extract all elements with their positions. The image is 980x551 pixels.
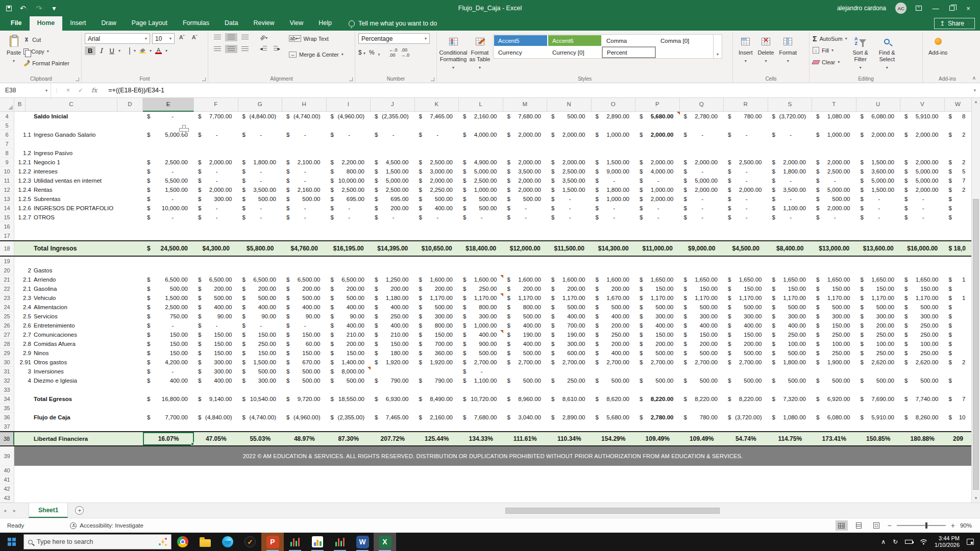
cell-E34[interactable]: $16,800.00 bbox=[143, 394, 194, 404]
cell-E30[interactable]: $4,200.00 bbox=[143, 358, 194, 367]
close-button[interactable]: × bbox=[964, 5, 973, 12]
row-header-40[interactable]: 40 bbox=[0, 466, 14, 475]
style-accent5[interactable]: Accent5 bbox=[494, 35, 548, 46]
row-header-26[interactable]: 26 bbox=[0, 321, 14, 330]
conditional-formatting-button[interactable]: Conditional Formatting▾ bbox=[440, 33, 467, 72]
cell-T4[interactable]: $1,080.00 bbox=[812, 112, 856, 121]
cell-L29[interactable]: $500.00 bbox=[459, 348, 503, 358]
cell-M13[interactable]: $500.00 bbox=[503, 194, 548, 204]
cell-S18[interactable]: $8,400.00 bbox=[768, 241, 813, 256]
cell-I14[interactable]: $- bbox=[327, 204, 371, 213]
cell-G36[interactable]: $(4,740.00) bbox=[238, 413, 283, 422]
cell-G26[interactable]: $- bbox=[238, 321, 283, 330]
cell-N32[interactable]: $250.00 bbox=[547, 376, 592, 385]
clipboard-dialog-launcher[interactable] bbox=[76, 78, 79, 81]
ribbon-display-options-icon[interactable] bbox=[916, 6, 922, 11]
cell-P23[interactable]: $1,170.00 bbox=[635, 293, 680, 303]
cell-I38[interactable]: 87.30% bbox=[327, 432, 371, 445]
cell-J13[interactable]: $695.00 bbox=[371, 194, 415, 204]
cell-P34[interactable]: $8,220.00 bbox=[635, 394, 680, 404]
cell-H25[interactable]: $90.00 bbox=[282, 312, 327, 321]
cell-P36[interactable]: $2,780.00 bbox=[635, 413, 680, 422]
insert-function-button[interactable]: fx bbox=[87, 87, 101, 94]
insert-cells-button[interactable]: Insert▾ bbox=[736, 33, 755, 66]
enter-formula-button[interactable]: ✓ bbox=[74, 87, 87, 94]
equalizer-app-icon-2[interactable] bbox=[329, 533, 351, 551]
cell-E23[interactable]: $1,500.00 bbox=[143, 293, 194, 303]
tab-data[interactable]: Data bbox=[217, 16, 246, 31]
cell-T6[interactable]: $1,000.00 bbox=[812, 130, 856, 139]
cell-J29[interactable]: $180.00 bbox=[371, 348, 415, 358]
cell-Q22[interactable]: $150.00 bbox=[680, 284, 724, 293]
column-header-J[interactable]: J bbox=[371, 98, 415, 112]
cell-W21[interactable]: $1 bbox=[945, 275, 972, 284]
cell-T29[interactable]: $250.00 bbox=[812, 348, 856, 358]
cell-L27[interactable]: $400.00 bbox=[459, 330, 503, 339]
font-name-select[interactable]: Arial▾ bbox=[85, 33, 150, 44]
cell-N36[interactable]: $2,890.00 bbox=[547, 413, 592, 422]
cut-button[interactable]: Cut bbox=[23, 34, 69, 45]
cell-H28[interactable]: $60.00 bbox=[282, 339, 327, 348]
row-label-area[interactable] bbox=[14, 231, 143, 240]
cell-L9[interactable]: $4,900.00 bbox=[459, 158, 503, 167]
column-header-O[interactable]: O bbox=[592, 98, 636, 112]
row-header-12[interactable]: 12 bbox=[0, 185, 14, 194]
cell-S6[interactable]: $- bbox=[768, 130, 813, 139]
cell-J15[interactable]: $- bbox=[371, 213, 415, 222]
cell-U29[interactable]: $250.00 bbox=[856, 348, 901, 358]
style-comma-0[interactable]: Comma [0] bbox=[656, 35, 710, 46]
cell-G32[interactable]: $300.00 bbox=[238, 376, 283, 385]
cell-G24[interactable]: $400.00 bbox=[238, 303, 283, 312]
cell-T12[interactable]: $5,000.00 bbox=[812, 185, 856, 194]
cell-R27[interactable]: $150.00 bbox=[724, 330, 768, 339]
cell-H29[interactable]: $150.00 bbox=[282, 348, 327, 358]
row-label-area[interactable]: 1.1Ingreso Ganado Salario bbox=[14, 130, 143, 139]
cell-W26[interactable]: $ bbox=[945, 321, 972, 330]
cell-Q32[interactable]: $500.00 bbox=[680, 376, 724, 385]
cell-N13[interactable]: $- bbox=[547, 194, 592, 204]
cell-N9[interactable]: $2,000.00 bbox=[547, 158, 592, 167]
cell-Q36[interactable]: $780.00 bbox=[680, 413, 724, 422]
cell-K34[interactable]: $8,490.00 bbox=[415, 394, 459, 404]
cell-L15[interactable]: $- bbox=[459, 213, 503, 222]
cell-W22[interactable]: $ bbox=[945, 284, 972, 293]
normal-view-button[interactable] bbox=[836, 520, 848, 531]
cell-U28[interactable]: $100.00 bbox=[856, 339, 901, 348]
cell-W24[interactable]: $ bbox=[945, 303, 972, 312]
cell-J24[interactable]: $400.00 bbox=[371, 303, 415, 312]
cell-Q29[interactable]: $500.00 bbox=[680, 348, 724, 358]
cell-S27[interactable]: $250.00 bbox=[768, 330, 813, 339]
align-bottom-button[interactable] bbox=[239, 33, 251, 41]
row-header-35[interactable]: 35 bbox=[0, 404, 14, 413]
row-header-41[interactable]: 41 bbox=[0, 475, 14, 484]
cell-Q9[interactable]: $2,000.00 bbox=[680, 158, 724, 167]
cell-R15[interactable]: $- bbox=[724, 213, 768, 222]
cell-V27[interactable]: $250.00 bbox=[900, 330, 945, 339]
row-label-area[interactable]: 2.8Comidas Afuera bbox=[14, 339, 143, 348]
cell-G21[interactable]: $6,500.00 bbox=[238, 275, 283, 284]
accounting-format-button[interactable]: $ ▾ bbox=[358, 49, 365, 56]
cell-O31[interactable] bbox=[592, 367, 636, 376]
cell-M27[interactable]: $190.00 bbox=[503, 330, 548, 339]
cell-W10[interactable]: $5 bbox=[945, 167, 972, 176]
cell-P11[interactable]: $- bbox=[635, 176, 680, 185]
cell-V21[interactable]: $1,650.00 bbox=[900, 275, 945, 284]
cell-E4[interactable]: $- bbox=[143, 112, 194, 121]
cell-T25[interactable]: $300.00 bbox=[812, 312, 856, 321]
cell-E27[interactable]: $150.00 bbox=[143, 330, 194, 339]
cell-F4[interactable]: $7,700.00 bbox=[194, 112, 238, 121]
styles-gallery-more-button[interactable]: ▾ bbox=[714, 34, 722, 59]
row-header-25[interactable]: 25 bbox=[0, 312, 14, 321]
row-label-area[interactable]: 1.2.5Subrentas bbox=[14, 194, 143, 204]
row-header-42[interactable]: 42 bbox=[0, 484, 14, 493]
cell-H13[interactable]: $500.00 bbox=[282, 194, 327, 204]
cell-H30[interactable]: $670.00 bbox=[282, 358, 327, 367]
copy-button[interactable]: Copy ▾ bbox=[23, 46, 69, 57]
cell-K14[interactable]: $400.00 bbox=[415, 204, 459, 213]
cell-I30[interactable]: $1,400.00 bbox=[327, 358, 371, 367]
cell-P25[interactable]: $300.00 bbox=[635, 312, 680, 321]
cell-V10[interactable]: $5,000.00 bbox=[900, 167, 945, 176]
orientation-button[interactable]: ab▾ bbox=[257, 33, 270, 41]
cell-W27[interactable]: $ bbox=[945, 330, 972, 339]
cell-F26[interactable]: $- bbox=[194, 321, 238, 330]
